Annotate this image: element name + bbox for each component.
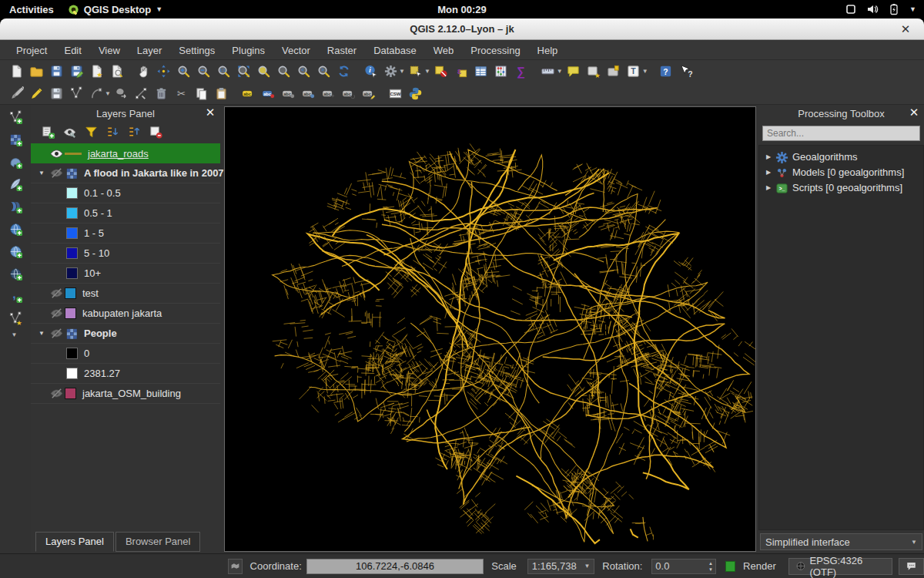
add-wcs-layer-button[interactable] <box>5 242 26 260</box>
expander-icon[interactable]: ▶ <box>762 169 775 176</box>
filter-legend-button[interactable] <box>82 123 100 140</box>
zoom-to-layer-button[interactable] <box>253 62 273 81</box>
chevron-down-icon[interactable]: ▼ <box>909 5 916 13</box>
menu-settings[interactable]: Settings <box>170 42 223 59</box>
layers-panel-close-button[interactable]: ✕ <box>203 106 217 119</box>
coordinate-input[interactable] <box>306 559 484 574</box>
zoom-full-button[interactable] <box>233 62 253 81</box>
add-group-button[interactable] <box>38 123 57 140</box>
menu-plugins[interactable]: Plugins <box>223 42 273 59</box>
menu-database[interactable]: Database <box>365 42 425 59</box>
add-wfs-layer-button[interactable] <box>5 264 26 283</box>
zoom-out-button[interactable] <box>193 62 213 81</box>
menu-view[interactable]: View <box>90 42 129 59</box>
expander-icon[interactable]: ▶ <box>762 184 775 191</box>
layer-diagram-options-button[interactable]: abc <box>259 84 279 103</box>
highlight-pinned-labels-button[interactable]: abc <box>299 84 319 103</box>
node-tool-button[interactable] <box>132 84 152 103</box>
zoom-native-button[interactable]: 1:1 <box>213 62 233 81</box>
add-vector-layer-button[interactable] <box>5 108 26 126</box>
tab-layers-panel[interactable]: Layers Panel <box>35 532 114 552</box>
whats-this-button[interactable]: ? <box>676 62 696 81</box>
statistical-summary-button[interactable]: ∑ <box>511 62 531 81</box>
title-bar[interactable]: QGIS 2.12.0–Lyon – jk ✕ <box>0 18 924 40</box>
current-edits-button[interactable] <box>6 84 26 103</box>
layer-item-people[interactable]: ▼People <box>31 324 220 344</box>
menu-help[interactable]: Help <box>529 42 567 59</box>
toggle-editing-button[interactable] <box>26 84 46 103</box>
add-delimited-text-layer-button[interactable]: , <box>5 287 26 305</box>
paste-features-button[interactable] <box>212 84 232 103</box>
rotation-spin-arrows[interactable]: ▲▼ <box>708 560 713 573</box>
menu-web[interactable]: Web <box>425 42 463 59</box>
composer-manager-button[interactable] <box>106 62 126 81</box>
copy-features-button[interactable] <box>192 84 212 103</box>
add-postgis-layer-button[interactable] <box>5 153 26 171</box>
help-contents-button[interactable]: ? <box>656 62 676 81</box>
measure-line-button[interactable] <box>538 62 558 81</box>
legend-item-5-10[interactable]: 5 - 10 <box>31 244 220 264</box>
map-canvas[interactable] <box>224 106 756 552</box>
pan-map-button[interactable] <box>133 62 153 81</box>
move-feature-button[interactable] <box>112 84 132 103</box>
add-circular-string-button[interactable] <box>86 84 106 103</box>
legend-item-1-5[interactable]: 1 - 5 <box>31 223 220 244</box>
layer-item-jakarta-roads[interactable]: jakarta_roads <box>31 143 220 163</box>
processing-search-input[interactable] <box>762 126 920 141</box>
processing-item-1[interactable]: ▶Models [0 geoalgorithms] <box>759 164 923 180</box>
pin-unpin-labels-button[interactable]: abc <box>279 84 299 103</box>
visibility-eye-icon[interactable] <box>48 146 65 161</box>
legend-item-0-1-0-5[interactable]: 0.1 - 0.5 <box>31 183 220 203</box>
refresh-map-button[interactable] <box>333 62 353 81</box>
processing-item-2[interactable]: ▶>_Scripts [0 geoalgorithms] <box>759 180 923 195</box>
visibility-eye-hidden-icon[interactable] <box>48 166 65 180</box>
rotate-label-button[interactable]: abc <box>339 84 359 103</box>
layer-item-jakarta-osm-building[interactable]: jakarta_OSM_building <box>31 384 220 404</box>
delete-selected-button[interactable] <box>152 84 172 103</box>
rotation-spinner[interactable]: 0.0 ▲▼ <box>651 559 716 574</box>
interface-mode-select[interactable]: Simplified interface ▼ <box>760 533 922 550</box>
menu-layer[interactable]: Layer <box>129 42 171 59</box>
legend-item-2381-27[interactable]: 2381.27 <box>31 364 220 384</box>
zoom-to-selection-button[interactable] <box>273 62 293 81</box>
volume-icon[interactable] <box>866 3 879 15</box>
render-checkbox[interactable] <box>725 561 735 572</box>
expander-icon[interactable]: ▼ <box>35 330 48 337</box>
open-project-button[interactable] <box>26 62 46 81</box>
visibility-eye-hidden-icon[interactable] <box>48 306 65 321</box>
layer-labeling-options-button[interactable]: abc <box>239 84 259 103</box>
menu-project[interactable]: Project <box>8 42 55 59</box>
map-tips-button[interactable] <box>564 62 584 81</box>
new-bookmark-button[interactable]: ★ <box>584 62 604 81</box>
legend-item-0[interactable]: 0 <box>31 344 220 364</box>
new-project-button[interactable] <box>6 62 26 81</box>
open-attribute-table-button[interactable] <box>471 62 491 81</box>
remove-layer-group-button[interactable] <box>146 123 165 140</box>
select-features-button[interactable] <box>406 62 426 81</box>
menu-processing[interactable]: Processing <box>462 42 528 59</box>
pan-to-selection-button[interactable] <box>153 62 173 81</box>
processing-item-0[interactable]: ▶Geoalgorithms <box>759 149 923 164</box>
cut-features-button[interactable]: ✂ <box>172 84 192 103</box>
menu-vector[interactable]: Vector <box>273 42 319 59</box>
window-close-button[interactable]: ✕ <box>898 22 913 37</box>
activities-button[interactable]: Activities <box>9 4 54 15</box>
python-console-button[interactable] <box>406 84 426 103</box>
move-label-button[interactable]: abc <box>319 84 339 103</box>
app-menu-button[interactable]: QGIS Desktop ▼ <box>68 4 162 15</box>
crs-status-button[interactable]: EPSG:4326 (OTF) <box>788 558 892 575</box>
messages-button[interactable] <box>899 558 924 575</box>
layer-item-kabupaten-jakarta[interactable]: kabupaten jakarta <box>31 304 220 324</box>
save-project-as-button[interactable] <box>66 62 86 81</box>
select-by-expression-button[interactable]: ε <box>451 62 471 81</box>
add-spatialite-layer-button[interactable] <box>5 175 26 193</box>
identify-features-button[interactable]: i <box>360 62 380 81</box>
deselect-features-button[interactable] <box>431 62 451 81</box>
add-feature-button[interactable] <box>66 84 86 103</box>
layers-panel-header[interactable]: Layers Panel ✕ <box>31 105 220 122</box>
save-project-button[interactable] <box>46 62 66 81</box>
legend-item-0-5-1[interactable]: 0.5 - 1 <box>31 203 220 223</box>
zoom-next-button[interactable]: > <box>313 62 333 81</box>
layer-item-a-flood-in-jakarta-like-in-2007[interactable]: ▼A flood in Jakarta like in 2007 <box>31 163 220 183</box>
save-layer-edits-button[interactable] <box>46 84 66 103</box>
